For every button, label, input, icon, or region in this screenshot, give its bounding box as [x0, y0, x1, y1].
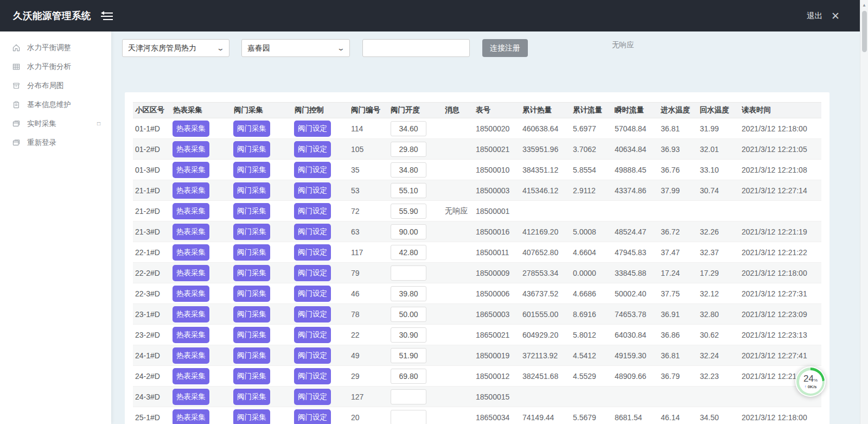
heat-meter-collect-button[interactable]: 热表采集 [173, 244, 209, 261]
sidebar-item-distribution-layout[interactable]: 分布布局图 [0, 76, 111, 95]
sidebar-item-hydraulic-balance-adjust[interactable]: 水力平衡调整 [0, 38, 111, 57]
valve-no-cell: 49 [347, 345, 386, 365]
total-heat-cell: 415346.12 [518, 180, 569, 200]
heat-meter-collect-button[interactable]: 热表采集 [173, 203, 209, 219]
valve-set-button[interactable]: 阀门设定 [294, 347, 331, 364]
message-cell [441, 325, 471, 345]
heat-meter-collect-button[interactable]: 热表采集 [173, 265, 209, 281]
valve-collect-button[interactable]: 阀门采集 [233, 389, 270, 405]
community-select[interactable]: 嘉春园 ⌄ [241, 39, 350, 57]
heat-meter-collect-button[interactable]: 热表采集 [173, 182, 209, 199]
valve-set-button[interactable]: 阀门设定 [294, 306, 331, 322]
logout-button[interactable]: 退出 [807, 11, 822, 21]
valve-collect-button[interactable]: 阀门采集 [233, 265, 270, 281]
heat-meter-collect-button[interactable]: 热表采集 [173, 121, 209, 137]
valve-opening-input[interactable] [391, 389, 426, 404]
valve-collect-button[interactable]: 阀门采集 [233, 286, 270, 302]
valve-opening-input[interactable] [391, 369, 426, 384]
valve-opening-input[interactable] [391, 121, 426, 136]
valve-collect-button[interactable]: 阀门采集 [233, 409, 270, 424]
heat-meter-collect-button[interactable]: 热表采集 [173, 347, 209, 364]
collapse-menu-icon[interactable] [99, 10, 115, 22]
inst-flow-cell: 8681.54 [610, 407, 656, 424]
heat-meter-collect-button[interactable]: 热表采集 [173, 409, 209, 424]
heat-meter-collect-button[interactable]: 热表采集 [173, 224, 209, 240]
valve-opening-input[interactable] [391, 327, 426, 343]
valve-collect-button[interactable]: 阀门采集 [233, 121, 270, 137]
table-row: 01-1#D 热表采集 阀门采集 阀门设定 114 18500020 46063… [133, 118, 821, 139]
message-cell [441, 222, 471, 242]
sidebar-item-realtime-collection[interactable]: 实时采集 □ [0, 114, 111, 133]
valve-set-button[interactable]: 阀门设定 [294, 224, 331, 240]
window-icon [11, 119, 21, 128]
heat-meter-collect-button[interactable]: 热表采集 [173, 368, 209, 384]
valve-set-button[interactable]: 阀门设定 [294, 265, 331, 281]
valve-opening-input[interactable] [391, 286, 426, 301]
register-input[interactable] [362, 39, 470, 57]
valve-set-button[interactable]: 阀门设定 [294, 409, 331, 424]
scroll-up-icon[interactable]: ▲ [860, 0, 868, 8]
valve-opening-input[interactable] [391, 142, 426, 157]
column-header: 阀门控制 [290, 103, 347, 118]
station-select[interactable]: 天津河东房管局热力 ⌄ [122, 39, 229, 57]
read-time-cell [737, 201, 821, 221]
page-scrollbar[interactable]: ▲ [860, 0, 868, 424]
message-cell [441, 387, 471, 407]
out-temp-cell: 32.23 [695, 366, 737, 386]
heat-meter-collect-button[interactable]: 热表采集 [173, 162, 209, 178]
heat-meter-collect-button[interactable]: 热表采集 [173, 389, 209, 405]
valve-opening-input[interactable] [391, 245, 426, 260]
column-header: 阀门采集 [229, 103, 290, 118]
valve-opening-input[interactable] [391, 410, 426, 424]
heat-meter-collect-button[interactable]: 热表采集 [173, 286, 209, 302]
message-cell [441, 283, 471, 303]
out-temp-cell: 32.37 [695, 242, 737, 262]
valve-opening-input[interactable] [391, 265, 426, 281]
column-header: 热表采集 [169, 103, 229, 118]
sidebar-item-relogin[interactable]: 重新登录 [0, 133, 111, 152]
valve-no-cell: 79 [347, 263, 386, 283]
total-flow-cell: 5.8554 [569, 160, 610, 180]
valve-collect-button[interactable]: 阀门采集 [233, 141, 270, 157]
valve-set-button[interactable]: 阀门设定 [294, 162, 331, 178]
valve-collect-button[interactable]: 阀门采集 [233, 368, 270, 384]
close-icon[interactable]: ✕ [831, 11, 840, 21]
valve-collect-button[interactable]: 阀门采集 [233, 203, 270, 219]
valve-set-button[interactable]: 阀门设定 [294, 368, 331, 384]
heat-meter-collect-button[interactable]: 热表采集 [173, 327, 209, 343]
sidebar-item-hydraulic-balance-analysis[interactable]: 水力平衡分析 [0, 57, 111, 76]
column-header: 回水温度 [695, 103, 737, 118]
valve-set-button[interactable]: 阀门设定 [294, 203, 331, 219]
valve-collect-button[interactable]: 阀门采集 [233, 347, 270, 364]
valve-collect-button[interactable]: 阀门采集 [233, 244, 270, 261]
valve-set-button[interactable]: 阀门设定 [294, 286, 331, 302]
heat-meter-collect-button[interactable]: 热表采集 [173, 141, 209, 157]
valve-collect-button[interactable]: 阀门采集 [233, 162, 270, 178]
valve-opening-input[interactable] [391, 348, 426, 363]
community-cell: 01-1#D [133, 118, 169, 138]
valve-set-button[interactable]: 阀门设定 [294, 389, 331, 405]
valve-set-button[interactable]: 阀门设定 [294, 121, 331, 137]
connect-register-button[interactable]: 连接注册 [482, 39, 528, 57]
valve-opening-input[interactable] [391, 204, 426, 219]
valve-set-button[interactable]: 阀门设定 [294, 327, 331, 343]
valve-collect-button[interactable]: 阀门采集 [233, 182, 270, 199]
heat-meter-collect-button[interactable]: 热表采集 [173, 306, 209, 322]
valve-collect-button[interactable]: 阀门采集 [233, 306, 270, 322]
scrollbar-thumb[interactable] [862, 11, 867, 52]
valve-opening-input[interactable] [391, 224, 426, 239]
speed-badge[interactable]: 24% ↑ 0K/s [795, 366, 826, 397]
table-header-row: 小区区号 热表采集 阀门采集 阀门控制 阀门编号 阀门开度 消息 表号 累计热量… [133, 102, 821, 118]
valve-opening-input[interactable] [391, 183, 426, 198]
out-temp-cell: 31.99 [695, 118, 737, 138]
valve-collect-button[interactable]: 阀门采集 [233, 224, 270, 240]
valve-set-button[interactable]: 阀门设定 [294, 141, 331, 157]
valve-opening-input[interactable] [391, 307, 426, 322]
community-cell: 21-2#D [133, 201, 169, 221]
valve-set-button[interactable]: 阀门设定 [294, 244, 331, 261]
valve-collect-button[interactable]: 阀门采集 [233, 327, 270, 343]
valve-opening-input[interactable] [391, 162, 426, 178]
valve-set-button[interactable]: 阀门设定 [294, 182, 331, 199]
total-heat-cell: 372113.92 [518, 345, 569, 365]
sidebar-item-basic-info-maintain[interactable]: 基本信息维护 [0, 95, 111, 114]
